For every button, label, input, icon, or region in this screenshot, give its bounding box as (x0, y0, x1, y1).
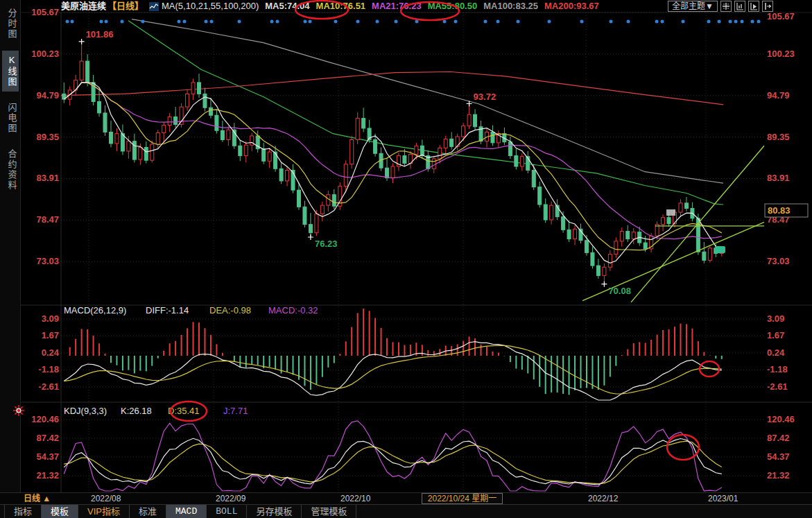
candle-body (103, 113, 107, 132)
candle-body (720, 250, 723, 254)
toolbar-tab-5[interactable]: MACD (166, 505, 207, 518)
sidebar-item-flash-chart[interactable]: 闪电图 (2, 98, 19, 138)
kdj-axis-label: 120.46 (31, 414, 59, 424)
candle-body (320, 205, 324, 214)
candle-body (286, 170, 289, 180)
trendline (631, 146, 764, 302)
candle-body (626, 232, 630, 239)
candle-body (420, 146, 424, 155)
kdj-header-label: K:26.18 (121, 406, 152, 416)
trendline (582, 222, 764, 300)
candle-body (397, 156, 400, 166)
kdj-axis-label: 54.37 (767, 451, 790, 462)
candle-body (391, 166, 395, 178)
macd-axis-label: 0.24 (42, 347, 60, 358)
candle-body (268, 152, 271, 161)
playback-icon[interactable] (748, 1, 759, 12)
candle-body (144, 147, 148, 160)
event-dot (718, 20, 721, 24)
macd-axis-label: 1.67 (42, 330, 59, 340)
ma5-line (64, 83, 722, 263)
sidebar-item-time-chart[interactable]: 分时图 (2, 4, 19, 44)
candle-body (256, 136, 259, 149)
candle-body (227, 130, 230, 139)
price-axis-label-left: 89.35 (36, 132, 59, 142)
candle-body (232, 130, 236, 146)
event-dot (415, 20, 419, 24)
sidebar-item-kline-chart[interactable]: K线图 (2, 51, 19, 92)
kdj-axis-label: 120.46 (767, 414, 795, 424)
candle-body (115, 134, 119, 144)
axis-scale-icon[interactable] (734, 1, 745, 12)
event-dot (100, 20, 103, 24)
candle-body (550, 205, 553, 220)
price-axis-label-left: 83.91 (36, 173, 59, 183)
event-dot (517, 20, 520, 24)
event-dot (356, 20, 360, 24)
macd-header-label: DEA:-0.98 (209, 305, 251, 316)
candle-body (186, 94, 189, 107)
ma10-line (64, 83, 722, 250)
symbol-name: 美原油连续 (61, 0, 106, 12)
event-dot (210, 20, 214, 24)
candle-body (315, 214, 318, 233)
kline-style-icon[interactable] (149, 2, 159, 11)
event-dot (443, 20, 447, 24)
crosshair-tool-icon[interactable] (720, 1, 732, 12)
candle-body (632, 232, 635, 239)
candle-body (596, 266, 600, 275)
event-dot (376, 20, 379, 24)
toolbar-tab-8[interactable]: 管理模板 (302, 505, 356, 518)
ma-value-label: MA21:76.23 (372, 1, 422, 11)
candle-body (180, 107, 183, 124)
candle-body (579, 229, 582, 241)
toolbar-tab-1[interactable]: 指标 (4, 505, 42, 518)
candle-body (162, 126, 166, 133)
candle-body (702, 252, 706, 260)
candle-body (168, 116, 171, 125)
candle-body (532, 170, 535, 187)
candle-body (591, 252, 594, 266)
theme-dropdown-button[interactable]: 全部主题▼ (668, 1, 718, 12)
macd-header-label: MACD:-0.32 (268, 305, 318, 316)
toolbar-tab-3[interactable]: VIP指标 (78, 505, 130, 518)
event-dot (729, 20, 732, 24)
ma21-line (64, 83, 722, 239)
kdj-header-label: KDJ(9,3,3) (64, 406, 107, 416)
event-dot (270, 20, 274, 24)
swing-price-label: 101.86 (86, 29, 114, 40)
swing-cross-marker (308, 234, 313, 240)
ma200-line (61, 72, 723, 105)
ma-values-group: MA5:74.04MA10:76.51MA21:76.23MA55:80.50M… (259, 0, 599, 12)
timeframe-selector[interactable]: 日线 ▲ (24, 493, 51, 505)
toolbar-tab-2[interactable]: 模板 (42, 505, 78, 518)
event-dot (627, 20, 630, 24)
candle-body (198, 83, 201, 94)
candle-body (567, 230, 571, 239)
event-dot (751, 20, 754, 24)
event-dot (121, 20, 124, 24)
price-axis-label-right: 78.47 (767, 214, 790, 225)
toolbar-tab-4[interactable]: 标准 (130, 505, 166, 518)
macd-axis-label: -1.18 (38, 364, 59, 374)
ma100-line (132, 19, 723, 184)
shift-right-icon[interactable] (762, 1, 773, 12)
candles-layer (62, 42, 724, 284)
toolbar-tab-6[interactable]: BOLL (207, 505, 247, 518)
candle-body (156, 133, 159, 145)
date-axis-row: 日线 ▲ 2022/082022/092022/102022/122023/01… (0, 492, 812, 504)
event-dot (105, 20, 108, 24)
candle-body (239, 146, 242, 155)
candle-body (444, 139, 447, 148)
kdj-axis-label: 21.32 (767, 470, 790, 481)
event-dot (395, 20, 398, 24)
sidebar-item-contract-info[interactable]: 合约资料 (2, 145, 19, 195)
candle-body (438, 148, 442, 159)
toolbar-tab-7[interactable]: 另存模板 (247, 505, 302, 518)
candle-body (356, 119, 359, 140)
candle-body (603, 267, 606, 275)
candle-body (573, 229, 577, 239)
candle-body (127, 141, 130, 151)
chart-canvas[interactable]: 105.67105.67100.23100.2394.7994.7989.358… (0, 0, 812, 518)
macd-dea-line (64, 345, 722, 394)
